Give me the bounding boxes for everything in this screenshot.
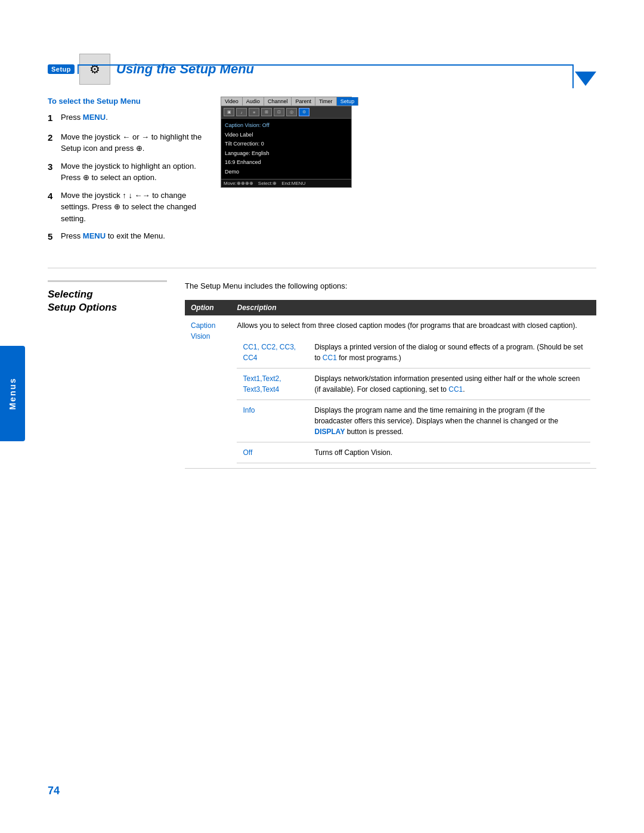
step-5: 5 Press MENU to exit the Menu. bbox=[48, 230, 203, 244]
sub-option-info: Info bbox=[237, 400, 308, 442]
options-table: Option Description Caption Vision bbox=[185, 300, 596, 469]
tv-tab-channel: Channel bbox=[264, 97, 292, 106]
sub-desc-off: Turns off Caption Vision. bbox=[308, 442, 590, 463]
side-tab: Menus bbox=[0, 346, 25, 441]
selecting-content-col: The Setup Menu includes the following op… bbox=[185, 280, 596, 469]
section1-content: To select the Setup Menu 1 Press MENU. 2… bbox=[48, 97, 596, 250]
sub-desc-text: Displays network/station information pre… bbox=[308, 368, 590, 400]
col-description-header: Description bbox=[231, 300, 596, 315]
tv-footer-move: Move:⊕⊕⊕⊕ bbox=[224, 181, 253, 186]
option-header-label: Option bbox=[191, 304, 214, 312]
sub-desc-off-content: Turns off Caption Vision. bbox=[314, 448, 392, 457]
sub-option-cc: CC1, CC2, CC3, CC4 bbox=[237, 337, 308, 368]
off-link: Off bbox=[243, 448, 252, 457]
top-right-corner-line bbox=[572, 64, 574, 88]
setup-badge: Setup bbox=[48, 64, 75, 74]
description-caption-vision: Allows you to select from three closed c… bbox=[231, 315, 596, 469]
step-1-number: 1 bbox=[48, 112, 61, 125]
selecting-title-col: Selecting Setup Options bbox=[48, 280, 167, 469]
sub-desc-cc: Displays a printed version of the dialog… bbox=[308, 337, 590, 368]
tv-menu-footer: Move:⊕⊕⊕⊕ Select:⊕ End:MENU bbox=[221, 179, 351, 187]
tv-footer-end: End:MENU bbox=[281, 181, 305, 186]
text-link: Text1,Text2, Text3,Text4 bbox=[243, 374, 281, 394]
selecting-title: Selecting Setup Options bbox=[48, 280, 167, 314]
selecting-title-line2: Setup Options bbox=[48, 302, 117, 313]
tv-tabs-row: Video Audio Channel Parent Timer Setup bbox=[221, 97, 351, 106]
tv-menu-item-1: Caption Vision: Off bbox=[225, 121, 348, 131]
intro-text: The Setup Menu includes the following op… bbox=[185, 280, 596, 292]
page-container: Menus Setup ⚙ Using the Setup Menu To se… bbox=[0, 0, 644, 833]
sub-options-table: CC1, CC2, CC3, CC4 Displays a printed ve… bbox=[237, 337, 590, 463]
step-4-number: 4 bbox=[48, 190, 61, 225]
tv-menu-item-2: Video Label bbox=[225, 131, 348, 140]
tv-icon-3: ≡ bbox=[249, 108, 259, 116]
cc1-link-1: CC1 bbox=[323, 354, 337, 362]
caption-vision-link: Caption Vision bbox=[191, 321, 215, 340]
sub-row-info: Info Displays the program name and the t… bbox=[237, 400, 590, 442]
tv-icon-2: ♪ bbox=[236, 108, 247, 116]
tv-menu-item-6: Demo bbox=[225, 168, 348, 177]
setup-icon: ⚙ bbox=[79, 54, 110, 85]
tv-icon-7-selected: ⚙ bbox=[299, 108, 309, 116]
step-5-text: Press MENU to exit the Menu. bbox=[61, 230, 165, 244]
caption-vision-description: Allows you to select from three closed c… bbox=[237, 321, 577, 330]
tv-menu-item-3: Tilt Correction: 0 bbox=[225, 140, 348, 149]
step-1: 1 Press MENU. bbox=[48, 112, 203, 125]
top-left-corner-line bbox=[78, 64, 79, 74]
step-3-text: Move the joystick to highlight an option… bbox=[61, 160, 203, 184]
step-1-text: Press MENU. bbox=[61, 112, 108, 125]
step-3-number: 3 bbox=[48, 160, 61, 184]
to-select-heading: To select the Setup Menu bbox=[48, 97, 203, 106]
sub-row-off: Off Turns off Caption Vision. bbox=[237, 442, 590, 463]
tv-tab-parent: Parent bbox=[292, 97, 315, 106]
sub-desc-info-content: Displays the program name and the time r… bbox=[314, 406, 558, 436]
display-link: DISPLAY bbox=[314, 428, 345, 436]
section1-header: Setup ⚙ Using the Setup Menu bbox=[48, 54, 596, 85]
tv-tab-audio: Audio bbox=[243, 97, 264, 106]
sub-option-text: Text1,Text2, Text3,Text4 bbox=[237, 368, 308, 400]
menu-ref-5: MENU bbox=[83, 231, 106, 240]
tv-footer-select: Select:⊕ bbox=[258, 181, 277, 186]
page-number: 74 bbox=[48, 785, 60, 797]
info-link: Info bbox=[243, 406, 255, 414]
sub-row-text: Text1,Text2, Text3,Text4 Displays networ… bbox=[237, 368, 590, 400]
cc-link: CC1, CC2, CC3, CC4 bbox=[243, 343, 296, 362]
tv-menu-item-5: 16:9 Enhanced bbox=[225, 158, 348, 168]
top-horizontal-line bbox=[78, 64, 574, 66]
blue-arrow-icon bbox=[575, 72, 596, 86]
menu-ref-1: MENU bbox=[83, 113, 106, 122]
step-2: 2 Move the joystick ← or → to highlight … bbox=[48, 131, 203, 154]
tv-icon-6: ◎ bbox=[286, 108, 297, 116]
section1-title: Using the Setup Menu bbox=[116, 61, 254, 77]
table-header-row: Option Description bbox=[185, 300, 596, 315]
col-option-header: Option bbox=[185, 300, 231, 315]
option-caption-vision: Caption Vision bbox=[185, 315, 231, 469]
section-divider bbox=[48, 268, 596, 268]
cc1-link-2: CC1 bbox=[448, 385, 463, 394]
tv-tab-timer: Timer bbox=[315, 97, 337, 106]
tv-menu-image: Video Audio Channel Parent Timer Setup ▣… bbox=[221, 97, 352, 188]
tv-icon-5: ⊡ bbox=[274, 108, 284, 116]
step-list: 1 Press MENU. 2 Move the joystick ← or →… bbox=[48, 112, 203, 244]
step-5-number: 5 bbox=[48, 230, 61, 244]
step-2-number: 2 bbox=[48, 131, 61, 154]
sub-desc-cc-text: Displays a printed version of the dialog… bbox=[314, 343, 583, 362]
tv-menu-item-4: Language: English bbox=[225, 149, 348, 159]
tv-tab-video: Video bbox=[221, 97, 243, 106]
tv-icons-row: ▣ ♪ ≡ ⊞ ⊡ ◎ ⚙ bbox=[221, 106, 351, 119]
description-header-label: Description bbox=[237, 304, 276, 312]
tv-icon-4: ⊞ bbox=[261, 108, 272, 116]
table-row-caption-vision: Caption Vision Allows you to select from… bbox=[185, 315, 596, 469]
selecting-title-line1: Selecting bbox=[48, 289, 93, 300]
sub-row-cc: CC1, CC2, CC3, CC4 Displays a printed ve… bbox=[237, 337, 590, 368]
step-2-text: Move the joystick ← or → to highlight th… bbox=[61, 131, 203, 154]
step-4-text: Move the joystick ↑ ↓ ←→ to change setti… bbox=[61, 190, 203, 225]
sub-option-off: Off bbox=[237, 442, 308, 463]
sub-desc-text-content: Displays network/station information pre… bbox=[314, 374, 580, 394]
tv-menu-column: Video Audio Channel Parent Timer Setup ▣… bbox=[221, 97, 596, 250]
step-4: 4 Move the joystick ↑ ↓ ←→ to change set… bbox=[48, 190, 203, 225]
tv-menu-content: Caption Vision: Off Video Label Tilt Cor… bbox=[221, 119, 351, 179]
section2-container: Selecting Setup Options The Setup Menu i… bbox=[48, 280, 596, 469]
tv-tab-setup: Setup bbox=[337, 97, 359, 106]
step-3: 3 Move the joystick to highlight an opti… bbox=[48, 160, 203, 184]
